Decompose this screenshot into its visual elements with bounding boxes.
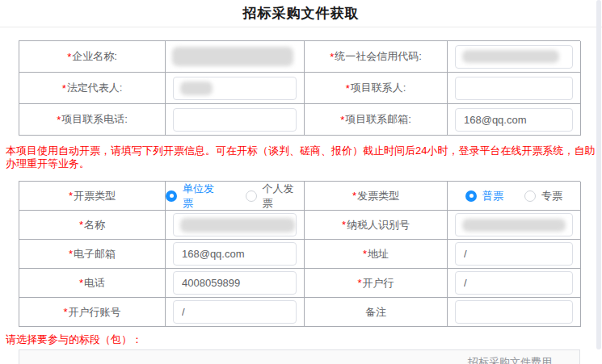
bank-input[interactable] — [455, 271, 573, 295]
credit-code-input[interactable] — [455, 45, 573, 69]
legal-rep-label: * 法定代表人: — [19, 73, 166, 104]
redacted-invoice-name — [180, 218, 295, 232]
project-contact-input[interactable] — [455, 77, 573, 100]
bank-label: * 开户行 — [305, 269, 448, 298]
credit-code-label: * 统一社会信用代码: — [305, 41, 448, 73]
required-mark: * — [346, 82, 350, 94]
section-select-prompt: 请选择要参与的标段（包）： — [6, 333, 598, 346]
taxpayer-id-label: * 纳税人识别号 — [305, 211, 448, 240]
invoice-phone-label: * 电话 — [19, 269, 166, 298]
taxpayer-id-input[interactable] — [455, 213, 573, 236]
required-mark: * — [342, 219, 346, 231]
contact-phone-cell — [166, 104, 305, 136]
vertical-scrollbar[interactable] — [596, 0, 601, 349]
required-mark: * — [79, 219, 83, 231]
radio-general-invoice[interactable]: 普票 — [465, 189, 503, 203]
required-mark: * — [340, 114, 344, 126]
bank-account-label: * 开户行账号 — [19, 298, 166, 327]
invoice-type-label: * 开票类型 — [19, 182, 166, 211]
redacted-credit-code — [462, 50, 559, 63]
required-mark: * — [67, 51, 71, 63]
page-header: 招标采购文件获取 — [0, 0, 602, 27]
redacted-legal-rep — [180, 82, 213, 95]
invoice-name-input[interactable] — [173, 213, 297, 236]
contact-info-table: * 企业名称: * 统一社会信用代码: * 法定代表人: * 项目联系人: * … — [19, 40, 580, 136]
contact-phone-input[interactable] — [173, 108, 297, 132]
remark-label: 备注 — [305, 298, 448, 327]
radio-personal-invoice[interactable]: 个人发票 — [246, 182, 305, 211]
bid-table-header: 标段（包）编号 标段（包）名称 招标采购文件费用（元） — [19, 350, 579, 364]
invoice-notice: 本项目使用自动开票，请填写下列开票信息。可在开标（谈判、磋商、报价）截止时间后2… — [6, 144, 598, 170]
legal-rep-cell — [166, 73, 305, 104]
contact-phone-label: * 项目联系电话: — [19, 104, 166, 136]
invoice-category-label: * 发票类型 — [305, 182, 448, 211]
required-mark: * — [63, 306, 67, 318]
legal-rep-input[interactable] — [173, 77, 297, 100]
bank-account-cell — [166, 298, 305, 327]
radio-selected-icon — [166, 190, 177, 202]
invoice-phone-cell — [166, 269, 305, 298]
page-title: 招标采购文件获取 — [243, 4, 360, 23]
address-input[interactable] — [455, 242, 573, 266]
col-doc-fee: 招标采购文件费用（元） — [461, 355, 579, 364]
project-contact-cell — [448, 73, 581, 104]
radio-unselected-icon — [246, 190, 257, 202]
invoice-email-cell — [166, 240, 305, 269]
project-contact-label: * 项目联系人: — [305, 73, 448, 104]
redacted-taxpayer-id — [462, 219, 566, 232]
remark-input[interactable] — [455, 300, 573, 324]
address-cell — [448, 240, 581, 269]
remark-cell — [448, 298, 581, 327]
invoice-type-options: 单位发票 个人发票 — [166, 182, 305, 211]
contact-email-cell — [448, 104, 581, 136]
taxpayer-id-cell — [448, 211, 581, 240]
radio-unselected-icon — [524, 190, 536, 202]
contact-email-label: * 项目联系邮箱: — [305, 104, 448, 136]
invoice-email-input[interactable] — [173, 242, 297, 266]
invoice-info-table: * 开票类型 单位发票 个人发票 * 发票类型 普票 专票 * 名称 — [19, 181, 580, 327]
company-name-label: * 企业名称: — [19, 41, 166, 73]
redacted-company-name — [172, 47, 293, 66]
required-mark: * — [357, 277, 361, 289]
company-name-value — [166, 41, 305, 73]
bank-account-input[interactable] — [173, 300, 297, 324]
credit-code-cell — [448, 41, 581, 73]
radio-special-invoice[interactable]: 专票 — [524, 189, 562, 203]
contact-email-input[interactable] — [455, 108, 573, 132]
required-mark: * — [69, 190, 73, 202]
radio-selected-icon — [465, 190, 477, 202]
required-mark: * — [79, 277, 83, 289]
required-mark: * — [363, 248, 367, 260]
required-mark: * — [57, 114, 61, 126]
required-mark: * — [330, 51, 334, 63]
address-label: * 地址 — [305, 240, 448, 269]
invoice-name-cell — [166, 211, 305, 240]
bank-cell — [448, 269, 581, 298]
invoice-phone-input[interactable] — [173, 271, 297, 295]
invoice-category-options: 普票 专票 — [448, 182, 581, 211]
invoice-email-label: * 电子邮箱 — [19, 240, 166, 269]
required-mark: * — [69, 248, 73, 260]
invoice-name-label: * 名称 — [19, 211, 166, 240]
radio-unit-invoice[interactable]: 单位发票 — [166, 182, 225, 211]
required-mark: * — [352, 190, 356, 202]
required-mark: * — [62, 82, 66, 94]
bid-section-table: 标段（包）编号 标段（包）名称 招标采购文件费用（元） — [19, 349, 580, 364]
